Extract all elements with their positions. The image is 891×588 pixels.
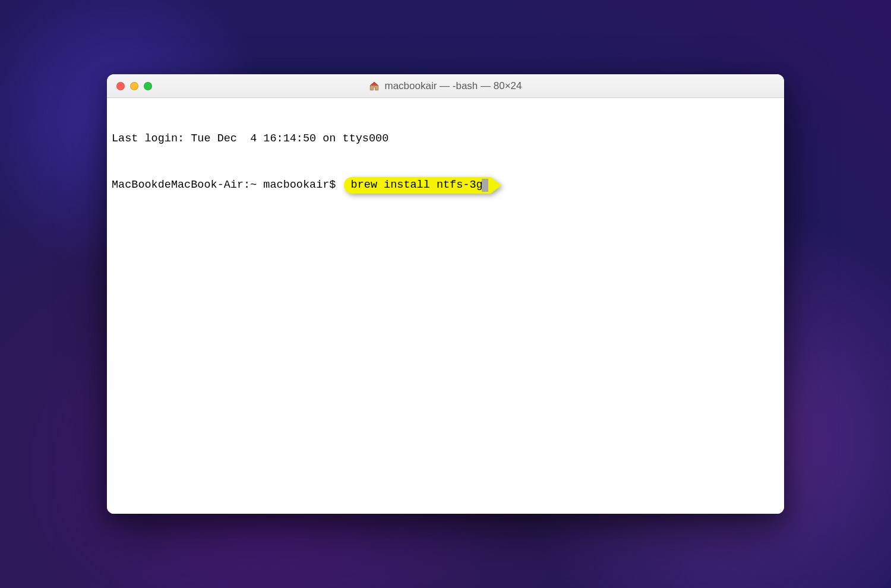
command-text: brew install ntfs-3g (351, 179, 483, 191)
prompt-line: MacBookdeMacBook-Air:~ macbookair$ brew … (112, 177, 779, 194)
titlebar[interactable]: macbookair — -bash — 80×24 (107, 74, 784, 98)
window-title: macbookair — -bash — 80×24 (369, 80, 522, 92)
minimize-button[interactable] (130, 82, 138, 90)
highlighted-command: brew install ntfs-3g (344, 177, 491, 194)
home-icon (369, 81, 380, 91)
close-button[interactable] (116, 82, 125, 90)
last-login-line: Last login: Tue Dec 4 16:14:50 on ttys00… (112, 131, 779, 147)
terminal-prompt: MacBookdeMacBook-Air:~ macbookair$ (112, 178, 343, 193)
terminal-cursor (482, 179, 488, 192)
maximize-button[interactable] (144, 82, 152, 90)
window-controls (116, 82, 152, 90)
terminal-content[interactable]: Last login: Tue Dec 4 16:14:50 on ttys00… (107, 98, 784, 514)
terminal-window: macbookair — -bash — 80×24 Last login: T… (107, 74, 784, 514)
window-title-text: macbookair — -bash — 80×24 (384, 80, 522, 92)
